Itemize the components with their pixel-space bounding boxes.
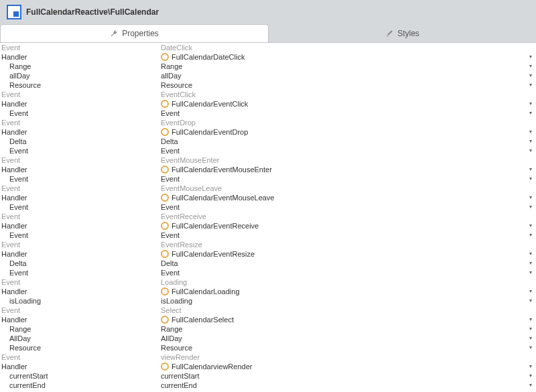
chevron-down-icon[interactable]: ▾ [525, 249, 536, 259]
property-row[interactable]: EventEvent▾ [0, 231, 536, 240]
chevron-down-icon[interactable]: ▾ [525, 137, 536, 146]
property-value[interactable]: EventDrop [161, 118, 525, 127]
property-value[interactable]: Select [161, 306, 525, 315]
property-value[interactable]: EventClick [161, 90, 525, 99]
chevron-down-icon[interactable]: ▾ [525, 127, 536, 137]
chevron-down-icon[interactable]: ▾ [525, 52, 536, 62]
property-value[interactable]: viewRender [161, 352, 525, 362]
property-value[interactable]: Range [161, 62, 525, 71]
chevron-down-icon[interactable]: ▾ [525, 259, 536, 268]
property-value[interactable]: FullCalendarLoading [161, 287, 525, 296]
property-value[interactable]: FullCalendarDateClick [161, 52, 525, 62]
chevron-down-icon[interactable]: ▾ [525, 362, 536, 371]
property-row[interactable]: DeltaDelta▾ [0, 259, 536, 268]
property-row[interactable]: EventEvent▾ [0, 202, 536, 212]
chevron-down-icon[interactable]: ▾ [525, 165, 536, 174]
chevron-down-icon[interactable]: ▾ [525, 146, 536, 155]
property-value[interactable]: FullCalendarviewRender [161, 362, 525, 371]
property-row[interactable]: EventEventMouseEnter [0, 155, 536, 165]
property-row[interactable]: HandlerFullCalendarEventDrop▾ [0, 127, 536, 137]
property-row[interactable]: HandlerFullCalendarEventReceive▾ [0, 221, 536, 231]
property-value[interactable]: FullCalendarEventMouseEnter [161, 165, 525, 174]
property-row[interactable]: HandlerFullCalendarSelect▾ [0, 315, 536, 324]
property-value[interactable]: isLoading [161, 296, 525, 306]
property-value[interactable]: DateClick [161, 43, 525, 52]
chevron-down-icon[interactable]: ▾ [525, 231, 536, 240]
property-row[interactable]: RangeRange▾ [0, 324, 536, 334]
chevron-down-icon[interactable]: ▾ [525, 296, 536, 306]
property-value[interactable]: FullCalendarEventMouseLeave [161, 193, 525, 202]
chevron-down-icon[interactable]: ▾ [525, 71, 536, 80]
property-value[interactable]: EventMouseLeave [161, 184, 525, 193]
chevron-down-icon[interactable]: ▾ [525, 324, 536, 334]
property-value[interactable]: Range [161, 324, 525, 334]
property-value[interactable]: FullCalendarSelect [161, 315, 525, 324]
property-value[interactable]: FullCalendarEventDrop [161, 127, 525, 137]
property-row[interactable]: EventLoading [0, 277, 536, 287]
property-row[interactable]: HandlerFullCalendarLoading▾ [0, 287, 536, 296]
property-row[interactable]: currentEndcurrentEnd▾ [0, 381, 536, 390]
property-value[interactable]: currentStart [161, 371, 525, 381]
property-value[interactable]: Event [161, 268, 525, 277]
property-value[interactable]: Event [161, 109, 525, 118]
chevron-down-icon[interactable]: ▾ [525, 202, 536, 212]
property-value[interactable]: FullCalendarEventClick [161, 99, 525, 109]
property-row[interactable]: currentStartcurrentStart▾ [0, 371, 536, 381]
chevron-down-icon[interactable]: ▾ [525, 343, 536, 352]
property-row[interactable]: EventEvent▾ [0, 109, 536, 118]
property-value[interactable]: allDay [161, 71, 525, 80]
chevron-down-icon[interactable]: ▾ [525, 174, 536, 184]
property-row[interactable]: ResourceResource▾ [0, 80, 536, 90]
chevron-down-icon[interactable]: ▾ [525, 287, 536, 296]
property-value[interactable]: Event [161, 202, 525, 212]
property-row[interactable]: HandlerFullCalendarviewRender▾ [0, 362, 536, 371]
property-row[interactable]: EventEventDrop [0, 118, 536, 127]
property-value[interactable]: Event [161, 174, 525, 184]
chevron-down-icon[interactable]: ▾ [525, 193, 536, 202]
property-value[interactable]: currentEnd [161, 381, 525, 390]
chevron-down-icon[interactable]: ▾ [525, 80, 536, 90]
property-row[interactable]: HandlerFullCalendarEventResize▾ [0, 249, 536, 259]
property-value[interactable]: Delta [161, 259, 525, 268]
property-value[interactable]: Resource [161, 343, 525, 352]
property-row[interactable]: EventEventMouseLeave [0, 184, 536, 193]
chevron-down-icon[interactable]: ▾ [525, 371, 536, 381]
property-row[interactable]: RangeRange▾ [0, 62, 536, 71]
property-row[interactable]: EventSelect [0, 306, 536, 315]
property-value[interactable]: Event [161, 231, 525, 240]
property-row[interactable]: HandlerFullCalendarEventClick▾ [0, 99, 536, 109]
property-row[interactable]: DeltaDelta▾ [0, 137, 536, 146]
property-row[interactable]: EventEventResize [0, 240, 536, 249]
property-value[interactable]: FullCalendarEventReceive [161, 221, 525, 231]
property-row[interactable]: EventEventClick [0, 90, 536, 99]
property-row[interactable]: EventEvent▾ [0, 146, 536, 155]
property-value[interactable]: EventReceive [161, 212, 525, 221]
property-row[interactable]: HandlerFullCalendarEventMouseLeave▾ [0, 193, 536, 202]
property-value[interactable]: EventResize [161, 240, 525, 249]
property-value[interactable]: FullCalendarEventResize [161, 249, 525, 259]
property-row[interactable]: EventEventReceive [0, 212, 536, 221]
chevron-down-icon[interactable]: ▾ [525, 334, 536, 343]
property-value[interactable]: Event [161, 146, 525, 155]
property-value[interactable]: Delta [161, 137, 525, 146]
chevron-down-icon[interactable]: ▾ [525, 99, 536, 109]
property-row[interactable]: HandlerFullCalendarDateClick▾ [0, 52, 536, 62]
property-value[interactable]: EventMouseEnter [161, 155, 525, 165]
chevron-down-icon[interactable]: ▾ [525, 268, 536, 277]
chevron-down-icon[interactable]: ▾ [525, 221, 536, 231]
property-row[interactable]: ResourceResource▾ [0, 343, 536, 352]
chevron-down-icon[interactable]: ▾ [525, 109, 536, 118]
property-row[interactable]: HandlerFullCalendarEventMouseEnter▾ [0, 165, 536, 174]
chevron-down-icon[interactable]: ▾ [525, 381, 536, 390]
property-row[interactable]: AllDayAllDay▾ [0, 334, 536, 343]
property-row[interactable]: isLoadingisLoading▾ [0, 296, 536, 306]
tab-styles[interactable]: Styles [269, 24, 536, 42]
property-row[interactable]: EventDateClick [0, 43, 536, 52]
tab-properties[interactable]: Properties [0, 24, 269, 42]
property-value[interactable]: Loading [161, 277, 525, 287]
property-row[interactable]: EventEvent▾ [0, 174, 536, 184]
chevron-down-icon[interactable]: ▾ [525, 315, 536, 324]
property-row[interactable]: allDayallDay▾ [0, 71, 536, 80]
chevron-down-icon[interactable]: ▾ [525, 62, 536, 71]
property-row[interactable]: EventEvent▾ [0, 268, 536, 277]
